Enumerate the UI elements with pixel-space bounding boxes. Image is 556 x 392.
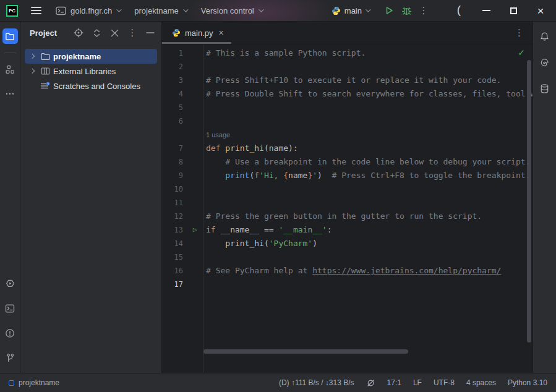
code-line[interactable]: 2 bbox=[162, 60, 532, 74]
titlebar: PC gold.fhgr.ch projektname Version cont… bbox=[0, 0, 556, 22]
notifications-bell-button[interactable] bbox=[537, 29, 552, 45]
night-shade-button[interactable]: ( bbox=[450, 2, 468, 19]
panel-options-icon[interactable]: ⋮ bbox=[126, 27, 139, 39]
git-tool-button[interactable] bbox=[2, 350, 18, 365]
locate-file-icon[interactable] bbox=[72, 27, 85, 39]
tab-label: main.py bbox=[185, 28, 213, 38]
encoding-widget[interactable]: UTF-8 bbox=[434, 378, 455, 387]
code-line[interactable]: 14 print_hi('PyCharm') bbox=[162, 237, 532, 250]
expand-chevron-icon[interactable] bbox=[27, 69, 37, 73]
line-number: 1 bbox=[162, 46, 187, 60]
usages-inlay-hint[interactable]: 1 usage bbox=[206, 131, 230, 138]
expand-chevron-icon[interactable] bbox=[27, 54, 37, 58]
tree-item-scratches[interactable]: Scratches and Consoles bbox=[25, 79, 157, 93]
library-icon bbox=[40, 67, 51, 75]
structure-tool-button[interactable] bbox=[2, 62, 18, 77]
interpreter-widget[interactable]: Python 3.10 bbox=[508, 378, 547, 387]
line-number: 13 bbox=[162, 223, 187, 237]
strip-separator bbox=[4, 53, 16, 53]
more-tool-windows-button[interactable] bbox=[2, 86, 18, 101]
line-number: 17 bbox=[162, 278, 187, 291]
code-line[interactable]: 16# See PyCharm help at https://www.jetb… bbox=[162, 264, 532, 278]
vcs-selector[interactable]: Version control bbox=[200, 4, 263, 18]
project-panel-title: Project bbox=[30, 28, 57, 38]
line-number: 15 bbox=[162, 250, 187, 264]
collapse-all-icon[interactable] bbox=[108, 27, 121, 39]
inlay-hint-row[interactable]: 1 usage bbox=[162, 128, 532, 142]
project-selector-label: projektname bbox=[134, 6, 179, 15]
database-button[interactable] bbox=[537, 81, 552, 96]
maximize-button[interactable] bbox=[504, 2, 523, 19]
main-menu-icon[interactable] bbox=[30, 4, 43, 17]
close-button[interactable]: × bbox=[531, 2, 550, 19]
project-selector[interactable]: projektname bbox=[133, 4, 188, 18]
network-speed-widget[interactable]: (D) ↑111 B/s / ↓313 B/s bbox=[279, 378, 354, 387]
status-bar: projektname (D) ↑111 B/s / ↓313 B/s 17:1… bbox=[0, 373, 556, 392]
tree-item-external-libraries[interactable]: External Libraries bbox=[25, 64, 157, 79]
line-number: 5 bbox=[162, 101, 187, 114]
line-number: 9 bbox=[162, 169, 187, 182]
pycharm-logo-text: PC bbox=[9, 8, 15, 14]
hide-panel-icon[interactable] bbox=[144, 27, 156, 39]
project-panel: Project ⋮ bbox=[20, 22, 162, 373]
vertical-scrollbar[interactable] bbox=[527, 60, 531, 343]
run-line-gutter-icon[interactable]: ▷ bbox=[187, 223, 203, 237]
line-number: 11 bbox=[162, 196, 187, 210]
code-line[interactable]: 10 bbox=[162, 182, 532, 196]
minimize-button[interactable] bbox=[477, 2, 495, 19]
line-number: 14 bbox=[162, 237, 187, 250]
code-line[interactable]: 3# Press Shift+F10 to execute it or repl… bbox=[162, 74, 532, 87]
code-line[interactable]: 12# Press the green button in the gutter… bbox=[162, 210, 532, 223]
code-line[interactable]: 17 bbox=[162, 278, 532, 291]
problems-tool-button[interactable] bbox=[2, 325, 18, 341]
remote-host-selector[interactable]: gold.fhgr.ch bbox=[54, 4, 121, 18]
run-configuration-selector[interactable]: main bbox=[331, 6, 369, 15]
code-line[interactable]: 11 bbox=[162, 196, 532, 210]
project-tool-button[interactable] bbox=[2, 28, 18, 44]
tree-item-projektname[interactable]: projektname bbox=[25, 49, 157, 64]
tree-item-label: External Libraries bbox=[53, 67, 116, 76]
highlighting-off-icon[interactable] bbox=[366, 378, 375, 388]
expand-all-icon[interactable] bbox=[90, 27, 103, 39]
pycharm-logo-icon: PC bbox=[6, 5, 18, 17]
line-separator-widget[interactable]: LF bbox=[413, 378, 422, 387]
code-line[interactable]: 7def print_hi(name): bbox=[162, 142, 532, 155]
code-line[interactable]: 15 bbox=[162, 250, 532, 264]
code-line[interactable]: 6 bbox=[162, 114, 532, 128]
tab-main-py[interactable]: main.py × bbox=[162, 22, 231, 44]
remote-terminal-icon bbox=[56, 6, 66, 15]
line-number: 4 bbox=[162, 87, 187, 101]
terminal-tool-button[interactable] bbox=[2, 300, 18, 316]
more-actions-button[interactable]: ⋮ bbox=[415, 2, 432, 19]
tab-close-icon[interactable]: × bbox=[219, 28, 224, 38]
line-number: 12 bbox=[162, 210, 187, 223]
code-line[interactable]: 5 bbox=[162, 101, 532, 114]
debug-button[interactable] bbox=[398, 2, 415, 19]
horizontal-scrollbar[interactable] bbox=[203, 349, 408, 354]
code-line[interactable]: 4# Press Double Shift to search everywhe… bbox=[162, 87, 532, 101]
code-editor[interactable]: 1# This is a sample Python script.23# Pr… bbox=[162, 45, 532, 373]
folder-icon bbox=[40, 53, 51, 61]
run-button[interactable] bbox=[380, 2, 398, 19]
tree-item-label: Scratches and Consoles bbox=[53, 82, 140, 91]
code-line[interactable]: 1# This is a sample Python script. bbox=[162, 46, 532, 60]
tree-item-label: projektname bbox=[53, 52, 101, 61]
line-number: 7 bbox=[162, 142, 187, 155]
editor-options-icon[interactable]: ⋮ bbox=[506, 22, 532, 44]
ai-assistant-button[interactable] bbox=[537, 55, 552, 70]
inspections-ok-icon[interactable]: ✓ bbox=[518, 48, 525, 58]
chevron-down-icon bbox=[116, 7, 121, 12]
services-tool-button[interactable] bbox=[2, 276, 18, 291]
python-logo-icon bbox=[331, 6, 341, 15]
code-line[interactable]: 9 print(f'Hi, {name}') # Press Ctrl+F8 t… bbox=[162, 169, 532, 182]
chevron-down-icon bbox=[259, 7, 263, 12]
line-number: 8 bbox=[162, 155, 187, 169]
chevron-down-icon bbox=[183, 7, 188, 12]
caret-position-widget[interactable]: 17:1 bbox=[387, 378, 401, 387]
code-line[interactable]: 8 # Use a breakpoint in the code line be… bbox=[162, 155, 532, 169]
project-square-icon bbox=[9, 380, 14, 386]
indent-widget[interactable]: 4 spaces bbox=[466, 378, 496, 387]
code-line[interactable]: 13▷if __name__ == '__main__': bbox=[162, 223, 532, 237]
editor-area: main.py × ⋮ 1# This is a sample Python s… bbox=[162, 22, 532, 373]
status-project-widget[interactable]: projektname bbox=[9, 378, 59, 387]
